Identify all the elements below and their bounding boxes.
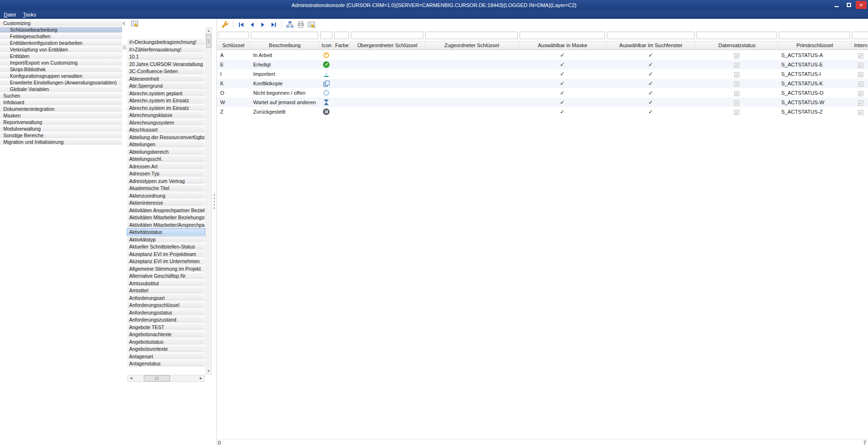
key-list-item[interactable]: Anlagenstatus — [127, 360, 205, 367]
key-list-item[interactable]: Anforderungsart — [127, 295, 205, 302]
filter-input[interactable] — [351, 32, 423, 39]
table-row[interactable]: Z Zurückgestellt ✓ ✓ ✓ — [217, 107, 868, 116]
scrollbar-thumb[interactable] — [144, 375, 170, 381]
panel-splitter[interactable] — [213, 19, 216, 446]
table-row[interactable]: A In Arbeit ✓ ✓ ✓ — [217, 50, 868, 60]
key-table-button[interactable] — [306, 20, 316, 29]
key-table-button[interactable] — [130, 19, 140, 28]
column-header[interactable]: Auswählbar in Maske — [519, 41, 606, 50]
key-list-item[interactable]: Amtssubstitut — [127, 280, 205, 287]
table-row[interactable]: K Konfliktkopie ✓ ✓ ✓ — [217, 79, 868, 88]
scroll-left-icon[interactable]: ◀ — [128, 375, 134, 381]
collapse-sidebar-icon[interactable]: < — [123, 20, 127, 26]
key-list-item[interactable]: #>Deckungsbeitragsrechnung! — [127, 39, 205, 46]
sidebar-item[interactable]: Modulverwaltung — [0, 126, 122, 132]
sidebar-item[interactable]: Entitätenkonfiguration bearbeiten — [0, 40, 122, 46]
key-list-item[interactable]: Angebotsstatus — [127, 339, 205, 346]
column-header[interactable]: Primärschlüssel — [778, 41, 851, 50]
hierarchy-button[interactable] — [285, 20, 295, 29]
key-list-item[interactable]: Akzeptanz EVI im Projektteam — [127, 251, 205, 258]
key-list-item[interactable]: Abrechnungssystem — [127, 119, 205, 126]
column-header[interactable]: Übergeordneter Schlüssel — [350, 41, 424, 50]
key-list-item[interactable]: Abrechn.system im Einsatz — [127, 105, 205, 112]
table-row[interactable]: I Importiert ✓ ✓ ✓ — [217, 69, 868, 79]
key-list-item[interactable]: Anforderungsstatus — [127, 309, 205, 316]
key-list-item[interactable]: Alternative Geschäftsp.Nr — [127, 273, 205, 280]
scroll-down-icon[interactable]: ▼ — [206, 368, 211, 374]
key-list-item[interactable]: Adressen Art — [127, 163, 205, 170]
key-list-horizontal-scrollbar[interactable]: ◀ ▶ — [127, 375, 205, 382]
filter-input[interactable] — [218, 32, 249, 39]
splitter-grip-icon[interactable] — [123, 46, 126, 49]
sidebar-item[interactable]: Konfigurationsgruppen verwalten — [0, 73, 122, 79]
sidebar-item[interactable]: Reportverwaltung — [0, 119, 122, 125]
key-list-item[interactable]: 3C-Confluence-Seiten — [127, 68, 205, 75]
first-record-button[interactable] — [236, 20, 246, 29]
key-list-item[interactable]: Abteilungsbereich — [127, 149, 205, 156]
filter-input[interactable] — [334, 32, 349, 39]
key-list-item[interactable]: Abrechn.system im Einsatz — [127, 97, 205, 104]
column-header[interactable]: Auswählbar im Suchfenster — [606, 41, 695, 50]
key-list-item[interactable]: Abrechnungsklasse — [127, 112, 205, 119]
wrench-button[interactable] — [220, 20, 230, 29]
menu-item[interactable]: Tasks — [23, 12, 36, 17]
print-button[interactable] — [296, 20, 306, 29]
scroll-right-icon[interactable]: ▶ — [198, 375, 204, 381]
key-list-item[interactable]: Abteilungen — [127, 141, 205, 148]
key-list-item[interactable]: Abrechn.system geplant — [127, 90, 205, 97]
filter-input[interactable] — [320, 32, 332, 39]
key-list-item[interactable]: Anlagenart — [127, 353, 205, 360]
key-list-item[interactable]: Angebotsnachtexte — [127, 331, 205, 338]
key-list-item[interactable]: Aktivitätstyp — [127, 236, 205, 243]
sidebar-item[interactable]: Schlüsselbearbeitung — [0, 27, 122, 33]
close-button[interactable]: × — [856, 1, 867, 9]
key-list-item[interactable]: Amtstitel — [127, 287, 205, 294]
filter-input[interactable] — [520, 32, 605, 39]
key-list-item[interactable]: Aktivitätsstatus — [127, 229, 205, 236]
filter-input[interactable] — [251, 32, 318, 39]
sidebar-item[interactable]: Dokumentenintegration — [0, 106, 122, 112]
column-header[interactable]: Beschreibung — [250, 41, 319, 50]
sidebar-item[interactable]: Feldeigenschaften — [0, 33, 122, 40]
key-list-item[interactable]: Adressen Typ — [127, 170, 205, 177]
key-list-item[interactable]: Anforderungsschlüssel — [127, 302, 205, 309]
sidebar-item[interactable]: Verknüpfung von Entitäten — [0, 47, 122, 53]
column-header[interactable]: Icon — [319, 41, 333, 50]
filter-input[interactable] — [779, 32, 850, 39]
key-list-item[interactable]: Abteilungsschl. — [127, 156, 205, 163]
minimize-button[interactable] — [831, 1, 842, 9]
sidebar-item[interactable]: Migration und Initialisierung — [0, 139, 122, 145]
filter-input[interactable] — [696, 32, 777, 39]
last-record-button[interactable] — [269, 20, 279, 29]
key-list-item[interactable]: #>Zählerfernauslesung! — [127, 46, 205, 53]
sidebar-item[interactable]: Masken — [0, 113, 122, 119]
sidebar-item[interactable]: Sonstige Bereiche — [0, 132, 122, 139]
key-list-item[interactable]: 20 Jahre CURSOR Veranstaltung — [127, 61, 205, 68]
scroll-up-icon[interactable]: ▲ — [206, 28, 211, 33]
key-list-item[interactable]: Angebotsvortexte — [127, 346, 205, 353]
key-list-item[interactable]: Aktivitäten Mitarbeiter/Ansprechpar — [127, 222, 205, 229]
splitter-grip-icon[interactable] — [214, 194, 215, 196]
key-list-item[interactable]: Aktueller Schnittstellen-Status — [127, 243, 205, 250]
key-list-item[interactable]: Aktieninteresse — [127, 199, 205, 206]
table-row[interactable]: W Wartet auf jemand anderen ✓ ✓ — [217, 98, 868, 107]
filter-input[interactable] — [425, 32, 518, 39]
column-header[interactable]: Intern — [851, 41, 868, 50]
filter-input[interactable] — [607, 32, 694, 39]
menu-item[interactable]: Datei — [4, 12, 16, 17]
sidebar-item[interactable]: Erweiterte Einstellungen (Anwendungsvari… — [0, 80, 122, 86]
key-list-vertical-scrollbar[interactable]: ▲ ▼ — [206, 27, 212, 374]
sidebar-splitter[interactable]: < — [122, 19, 127, 446]
sidebar-item[interactable]: Globale Variablen — [0, 86, 122, 92]
sidebar-item[interactable]: Import/Export von Customizing — [0, 60, 122, 66]
table-row[interactable]: O Nicht begonnen / offen ✓ ✓ ✓ — [217, 88, 868, 98]
previous-record-button[interactable] — [247, 20, 257, 29]
maximize-button[interactable] — [843, 1, 854, 9]
column-header[interactable]: Farbe — [333, 41, 350, 50]
column-header[interactable]: Datensatzstatus — [695, 41, 778, 50]
sidebar-item[interactable]: Customizing — [0, 20, 122, 26]
filter-input[interactable] — [852, 32, 868, 39]
key-list-item[interactable]: Ableseeinheit — [127, 75, 205, 83]
sidebar-item[interactable]: Entitäten — [0, 53, 122, 59]
key-list-item[interactable]: Angebote TEST — [127, 324, 205, 331]
